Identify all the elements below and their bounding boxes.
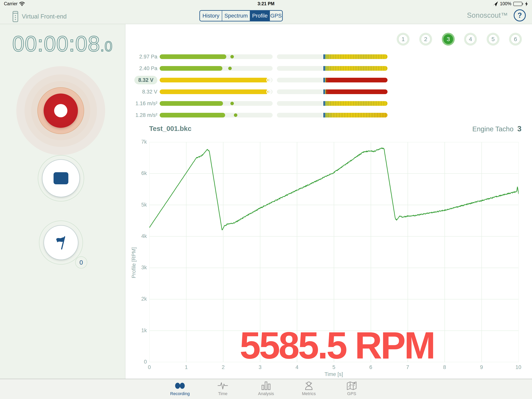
tabbar-item-gps[interactable]: GPS — [332, 381, 371, 399]
recording-file-name: Test_001.bkc — [149, 125, 191, 133]
peak-ring — [266, 77, 272, 83]
level-history-bar — [277, 54, 387, 59]
channel-button-6[interactable]: 6 — [509, 33, 522, 45]
header: Virtual Front-end History Spectrum Profi… — [0, 8, 532, 24]
y-tick: 2k — [133, 296, 147, 302]
history-cursor — [323, 66, 325, 71]
level-bar — [160, 78, 273, 82]
stop-icon — [54, 172, 68, 184]
channel-button-4[interactable]: 4 — [464, 33, 477, 45]
battery-percent: 100% — [500, 1, 511, 6]
front-end-device-button[interactable]: Virtual Front-end — [13, 11, 67, 22]
history-cursor — [323, 101, 325, 106]
x-tick: 0 — [142, 364, 157, 370]
history-cursor — [323, 78, 325, 82]
tab-spectrum[interactable]: Spectrum — [222, 11, 250, 21]
front-end-icon — [13, 11, 18, 22]
stop-button[interactable] — [42, 159, 80, 197]
level-bar — [160, 113, 273, 117]
channel-button-5[interactable]: 5 — [487, 33, 500, 45]
level-history-bar — [277, 90, 387, 94]
clock: 3:21 PM — [0, 1, 532, 6]
history-level-color — [325, 101, 387, 106]
level-bar — [160, 66, 273, 71]
history-level-color — [325, 113, 387, 117]
channel-button-2[interactable]: 2 — [419, 33, 432, 45]
view-segmented-control: History Spectrum Profile GPS — [199, 10, 283, 21]
peak-dot — [230, 102, 234, 105]
flag-count-badge: 0 — [75, 256, 87, 269]
y-tick: 7k — [133, 139, 147, 145]
level-history-bar — [277, 78, 387, 82]
metrics-person-icon — [304, 381, 314, 390]
front-end-label: Virtual Front-end — [22, 13, 67, 20]
history-level-color — [325, 90, 387, 94]
chart-channel-number: 3 — [517, 125, 521, 133]
channel-number: 5 — [488, 34, 498, 44]
level-bar — [160, 90, 273, 94]
level-bar — [160, 54, 273, 59]
channel-number: 3 — [443, 34, 453, 44]
time-waveform-icon — [217, 381, 228, 390]
history-cursor — [323, 113, 325, 117]
tabbar-item-metrics[interactable]: Metrics — [289, 381, 328, 399]
y-tick: 5k — [133, 202, 147, 208]
gps-map-icon — [347, 381, 357, 390]
peak-dot — [228, 67, 232, 70]
history-level-color — [325, 78, 387, 82]
channel-number: 2 — [421, 34, 431, 44]
level-bar — [160, 101, 273, 106]
peak-dot — [230, 55, 234, 58]
tabbar-item-time[interactable]: Time — [203, 381, 242, 399]
x-tick: 8 — [437, 364, 452, 370]
tab-history[interactable]: History — [200, 11, 222, 21]
peak-ring — [266, 89, 272, 94]
charging-bolt-icon — [525, 1, 528, 6]
y-tick: 6k — [133, 170, 147, 176]
x-tick: 2 — [215, 364, 231, 370]
location-arrow-icon — [493, 1, 498, 6]
flag-count: 0 — [79, 259, 83, 266]
y-axis-title: Profile [RPM] — [131, 247, 137, 278]
peak-dot — [234, 113, 237, 117]
tab-gps[interactable]: GPS — [270, 11, 282, 21]
history-cursor — [323, 54, 325, 59]
channel-button-1[interactable]: 1 — [397, 33, 410, 45]
elapsed-timer: 00:00:08.0 — [0, 31, 125, 56]
chart-channel-label: Engine Tacho3 — [472, 125, 521, 133]
live-rpm-readout: 5585.5 RPM — [210, 327, 463, 364]
battery-icon — [513, 2, 523, 6]
x-tick: 9 — [474, 364, 489, 370]
x-tick: 10 — [511, 364, 526, 370]
x-axis-title: Time [s] — [314, 371, 353, 377]
help-button[interactable]: ? — [514, 9, 526, 21]
y-tick: 1k — [133, 328, 147, 334]
level-history-bar — [277, 113, 387, 117]
tab-profile[interactable]: Profile — [250, 11, 270, 21]
channel-number: 6 — [511, 34, 520, 44]
record-button-center-dot — [54, 104, 67, 117]
flag-icon — [54, 235, 68, 250]
level-history-bar — [277, 101, 387, 106]
recording-icon — [175, 382, 185, 389]
history-level-color — [325, 66, 387, 71]
analysis-bars-icon — [261, 381, 271, 390]
channel-number: 4 — [466, 34, 475, 44]
bottom-tab-bar: Recording Time Analysis Metrics — [0, 379, 532, 399]
status-bar: Carrier 3:21 PM 100% — [0, 1, 532, 7]
level-history-bar — [277, 66, 387, 71]
y-tick: 4k — [133, 233, 147, 239]
sonoscout-app: Carrier 3:21 PM 100% — [0, 0, 532, 399]
channel-button-3[interactable]: 3 — [442, 33, 455, 45]
x-tick: 1 — [178, 364, 194, 370]
channel-number: 1 — [398, 34, 408, 44]
recorder-panel: 00:00:08.0 0 — [0, 24, 125, 379]
tabbar-item-analysis[interactable]: Analysis — [247, 381, 285, 399]
history-level-color — [325, 54, 387, 59]
top-bar: Carrier 3:21 PM 100% — [0, 0, 532, 24]
app-brand: Sonoscout™ — [467, 11, 508, 19]
y-tick: 0 — [133, 359, 147, 365]
tabbar-item-recording[interactable]: Recording — [160, 381, 199, 399]
history-cursor — [323, 90, 325, 94]
flag-button[interactable] — [44, 225, 78, 260]
